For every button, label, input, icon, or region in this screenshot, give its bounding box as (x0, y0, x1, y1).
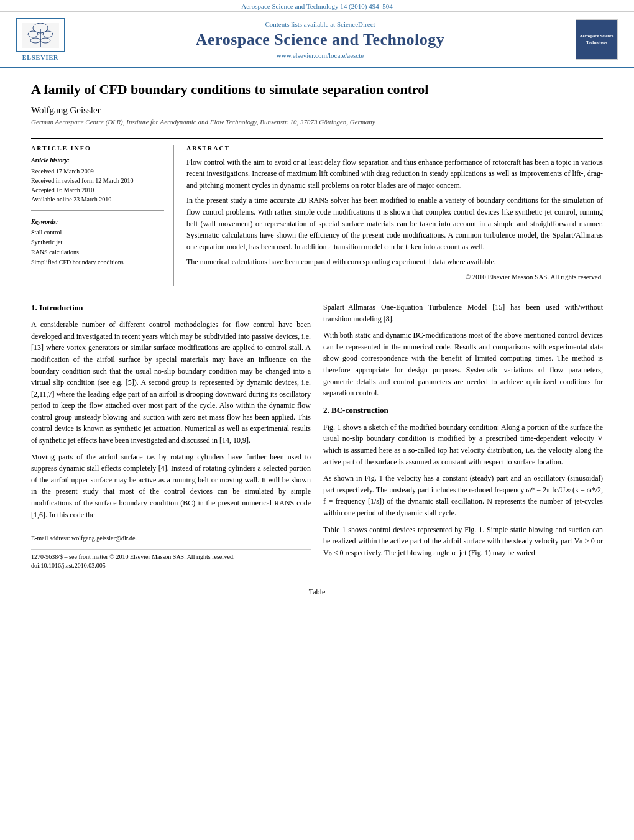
citation-bar: Aerospace Science and Technology 14 (201… (0, 0, 634, 12)
sciencedirect-anchor[interactable]: ScienceDirect (337, 21, 375, 28)
abstract-label: ABSTRACT (186, 145, 603, 152)
citation-text: Aerospace Science and Technology 14 (201… (241, 2, 392, 10)
keyword-2: Synthetic jet (31, 238, 164, 247)
footnote-text: E-mail address: wolfgang.geissler@dlr.de… (31, 534, 311, 543)
article-content: A family of CFD boundary conditions to s… (0, 68, 634, 583)
author-name: Wolfgang Geissler (31, 105, 603, 116)
journal-url: www.elsevier.com/locate/aescte (68, 52, 572, 59)
abstract-para-3: The numerical calculations have been com… (186, 256, 603, 268)
header-center: Contents lists available at ScienceDirec… (68, 21, 572, 59)
body-content: 1. Introduction A considerable number of… (31, 302, 603, 570)
abstract-text: Flow control with the aim to avoid or at… (186, 157, 603, 282)
article-history-label: Article history: (31, 157, 164, 164)
body-para-2: Moving parts of the airfoil surface i.e.… (31, 451, 311, 521)
body-right-para-2: With both static and dynamic BC-modifica… (323, 330, 603, 399)
article-meta-section: ARTICLE INFO Article history: Received 1… (31, 138, 603, 286)
body-sec2-para-1: Fig. 1 shows a sketch of the modified bo… (323, 422, 603, 468)
elsevier-logo: ELSEVIER (12, 18, 68, 61)
body-sec2-para-3: Table 1 shows control devices represente… (323, 524, 603, 559)
body-col-left: 1. Introduction A considerable number of… (31, 302, 311, 570)
separator (31, 210, 164, 211)
section1-heading: 1. Introduction (31, 302, 311, 314)
available-online-date: Available online 23 March 2010 (31, 195, 164, 204)
article-info-label: ARTICLE INFO (31, 145, 164, 152)
journal-header: Aerospace Science and Technology 14 (201… (0, 0, 634, 68)
section2-heading: 2. BC-construction (323, 404, 603, 417)
copyright: © 2010 Elsevier Masson SAS. All rights r… (186, 272, 603, 282)
footnote-bar: E-mail address: wolfgang.geissler@dlr.de… (31, 530, 311, 543)
article-info-col: ARTICLE INFO Article history: Received 1… (31, 145, 174, 286)
footer-bar: 1270-9638/$ – see front matter © 2010 El… (31, 549, 311, 570)
keywords-label: Keywords: (31, 218, 164, 225)
body-sec2-para-2: As shown in Fig. 1 the velocity has a co… (323, 473, 603, 519)
journal-title: Aerospace Science and Technology (68, 30, 572, 49)
elsevier-text: ELSEVIER (22, 54, 59, 61)
received-date: Received 17 March 2009 (31, 167, 164, 176)
logo-box-text: Aerospace Science Technology (579, 34, 615, 45)
journal-logo-box: Aerospace Science Technology (576, 19, 618, 60)
header-main: ELSEVIER Contents lists available at Sci… (0, 12, 634, 68)
body-right-para-1: Spalart–Allmaras One-Equation Turbulence… (323, 302, 603, 325)
body-col-right: Spalart–Allmaras One-Equation Turbulence… (323, 302, 603, 570)
keyword-4: Simplified CFD boundary conditions (31, 257, 164, 267)
sciencedirect-link: Contents lists available at ScienceDirec… (68, 21, 572, 28)
body-para-1: A considerable number of different contr… (31, 319, 311, 446)
journal-logo-right: Aerospace Science Technology (572, 19, 622, 60)
article-title: A family of CFD boundary conditions to s… (31, 81, 603, 99)
elsevier-logo-box (16, 18, 65, 52)
accepted-date: Accepted 16 March 2010 (31, 185, 164, 195)
keyword-3: RANS calculations (31, 247, 164, 257)
keyword-1: Stall control (31, 228, 164, 238)
abstract-para-1: Flow control with the aim to avoid or at… (186, 157, 603, 192)
received-revised-date: Received in revised form 12 March 2010 (31, 176, 164, 185)
keywords-section: Keywords: Stall control Synthetic jet RA… (31, 218, 164, 267)
abstract-col: ABSTRACT Flow control with the aim to av… (186, 145, 603, 286)
abstract-para-2: In the present study a time accurate 2D … (186, 195, 603, 252)
author-affiliation: German Aerospace Centre (DLR), Institute… (31, 118, 603, 126)
table-label: Table (309, 588, 325, 596)
footer-text: 1270-9638/$ – see front matter © 2010 El… (31, 553, 311, 570)
table-label-area: Table (0, 583, 634, 602)
journal-url-link[interactable]: www.elsevier.com/locate/aescte (277, 52, 364, 59)
